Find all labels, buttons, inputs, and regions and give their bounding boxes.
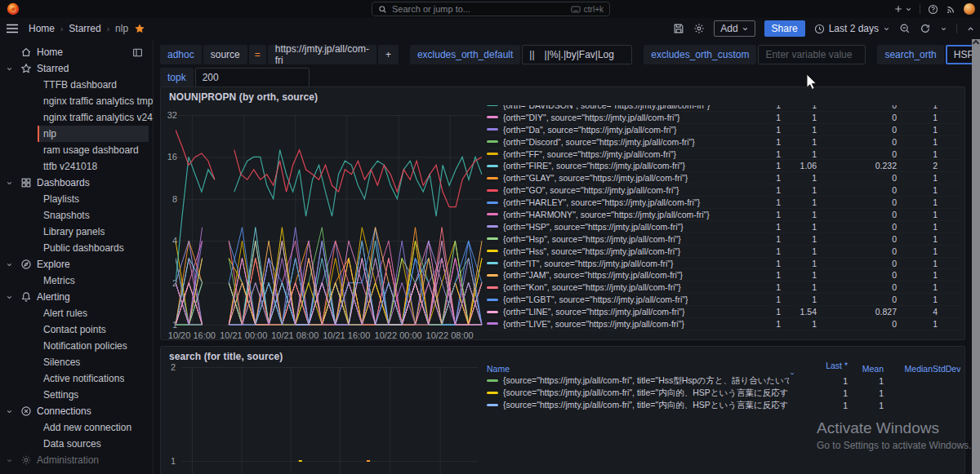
series-name: {orth="HARMONY", source="https://jmty.jp… — [503, 210, 751, 219]
legend-item[interactable]: {orth="Kon", source="https://jmty.jp/all… — [487, 281, 962, 294]
share-button[interactable]: Share — [764, 20, 805, 37]
breadcrumb-current[interactable]: nlp — [115, 23, 128, 34]
sidebar-item-nginx-traffic-analytics-v241015[interactable]: nginx traffic analytics v241015 — [0, 109, 153, 126]
menu-icon[interactable] — [6, 24, 19, 33]
breadcrumb-starred[interactable]: Starred — [69, 23, 100, 34]
legend-column-median[interactable]: Median — [884, 364, 933, 374]
chevron-down-icon[interactable] — [0, 294, 18, 301]
sidebar-item-starred[interactable]: Starred — [0, 60, 153, 77]
search-input[interactable]: Search or jump to... ctrl+k — [372, 2, 610, 16]
dashboard-settings-icon[interactable] — [693, 23, 705, 34]
sidebar-item-settings[interactable]: Settings — [0, 387, 153, 403]
sidebar-item-contact-points[interactable]: Contact points — [0, 321, 153, 338]
adhoc-operator[interactable]: = — [249, 45, 266, 64]
legend-column-last[interactable]: Last * — [789, 361, 848, 377]
legend-item[interactable]: {source="https://jmty.jp/all/com-fri", t… — [487, 399, 960, 411]
refresh-interval-dropdown[interactable] — [940, 25, 947, 33]
add-button[interactable]: Add — [714, 20, 755, 37]
panel-title[interactable]: NOUN|PROPN (by orth, source) — [169, 91, 318, 103]
legend-item[interactable]: {orth="JAM", source="https://jmty.jp/all… — [487, 269, 962, 281]
sidebar-item-metrics[interactable]: Metrics — [0, 272, 153, 289]
page-scrollbar[interactable] — [972, 39, 980, 474]
sidebar-item-data-sources[interactable]: Data sources — [0, 436, 153, 452]
compass-icon — [20, 259, 33, 270]
dock-sidebar-icon[interactable] — [132, 47, 143, 58]
sidebar-item-explore[interactable]: Explore — [0, 256, 153, 272]
legend-item[interactable]: {source="https://jmty.jp/all/com-fri", t… — [487, 374, 960, 387]
timeseries-chart[interactable] — [182, 367, 478, 474]
sidebar-item-home[interactable]: Home — [0, 44, 153, 60]
legend-item[interactable]: {orth="Da", source="https://jmty.jp/all/… — [487, 124, 962, 136]
breadcrumb-home[interactable]: Home — [29, 23, 55, 34]
legend-column-name[interactable]: Name — [487, 364, 789, 374]
legend-item[interactable]: {orth="GO", source="https://jmty.jp/all/… — [487, 184, 962, 197]
series-color-dash — [487, 153, 498, 155]
series-name: {orth="DAVIDSON", source="https://jmty.j… — [503, 105, 751, 110]
legend-item[interactable]: {orth="GLAY", source="https://jmty.jp/al… — [487, 172, 962, 184]
legend-item[interactable]: {orth="IT", source="https://jmty.jp/all/… — [487, 258, 962, 270]
topk-input[interactable]: 200 — [195, 68, 310, 87]
sidebar-item-active-notifications[interactable]: Active notifications — [0, 370, 153, 387]
sidebar-item-notification-policies[interactable]: Notification policies — [0, 338, 153, 354]
legend-item[interactable]: {orth="DIY", source="https://jmty.jp/all… — [487, 112, 962, 124]
legend-item[interactable]: {orth="HARMONY", source="https://jmty.jp… — [487, 209, 962, 221]
adhoc-key[interactable]: source — [203, 45, 247, 64]
excludes_orth_custom-input[interactable]: Enter variable value — [758, 45, 866, 64]
sidebar-item-dashboards[interactable]: Dashboards — [0, 175, 153, 191]
timeseries-chart[interactable] — [176, 115, 483, 326]
panel-title[interactable]: search (for title, source) — [169, 351, 283, 362]
excludes_orth_default-input[interactable]: || ||%|.|by|Fav|Log — [522, 45, 632, 64]
legend-item[interactable]: {orth="FF", source="https://jmty.jp/all/… — [487, 148, 962, 161]
series-stat: 1 — [897, 282, 938, 292]
sidebar-item-add-new-connection[interactable]: Add new connection — [0, 419, 153, 436]
sidebar-item-nlp[interactable]: nlp — [0, 126, 153, 142]
chevron-down-icon[interactable] — [0, 179, 18, 187]
user-avatar[interactable] — [964, 3, 975, 15]
sidebar-item-connections[interactable]: Connections — [0, 403, 153, 419]
grafana-logo[interactable] — [7, 2, 20, 16]
sidebar-item-nginx-traffic-analytics-tmp-c[interactable]: nginx traffic analytics tmp C... — [0, 93, 153, 109]
save-dashboard-icon[interactable] — [673, 23, 684, 34]
sidebar-item-public-dashboards[interactable]: Public dashboards — [0, 240, 153, 256]
legend-item[interactable]: {orth="Hss", source="https://jmty.jp/all… — [487, 246, 962, 258]
sidebar-item-playlists[interactable]: Playlists — [0, 191, 153, 207]
adhoc-value[interactable]: https://jmty.jp/all/com-fri — [268, 45, 376, 64]
chevron-down-icon[interactable] — [0, 261, 18, 268]
sidebar-item-ttfb-dashboard[interactable]: TTFB dashboard — [0, 77, 153, 93]
legend-item[interactable]: {orth="DAVIDSON", source="https://jmty.j… — [487, 105, 962, 112]
legend-item[interactable]: {orth="Discord", source="https://jmty.jp… — [487, 136, 962, 148]
scroll-up-arrow-icon[interactable] — [973, 40, 979, 47]
legend-item[interactable]: {orth="LINE", source="https://jmty.jp/al… — [487, 306, 962, 318]
refresh-icon[interactable] — [920, 23, 931, 34]
new-button[interactable] — [893, 4, 912, 14]
help-icon[interactable] — [928, 4, 938, 15]
sidebar-item-alerting[interactable]: Alerting — [0, 289, 153, 305]
chevron-down-icon[interactable] — [0, 65, 18, 73]
adhoc-add-filter-button[interactable]: + — [378, 45, 399, 64]
sidebar-item-silences[interactable]: Silences — [0, 354, 153, 370]
chevron-down-icon[interactable] — [0, 408, 18, 415]
legend-item[interactable]: {orth="FIRE", source="https://jmty.jp/al… — [487, 160, 962, 172]
favorite-star-icon[interactable] — [134, 23, 145, 34]
series-color-dash — [487, 202, 498, 204]
legend-item[interactable]: {source="https://jmty.jp/all/com-fri", t… — [487, 387, 960, 399]
legend-item[interactable]: {orth="HARLEY", source="https://jmty.jp/… — [487, 197, 962, 209]
time-range-picker[interactable]: Last 2 days — [814, 23, 890, 34]
sidebar-item-administration[interactable]: Administration — [0, 452, 153, 468]
sidebar-item-library-panels[interactable]: Library panels — [0, 224, 153, 240]
toolbar-actions: Add Share Last 2 days — [673, 18, 975, 39]
chevron-down-icon[interactable] — [0, 457, 18, 464]
zoom-out-icon[interactable] — [899, 23, 911, 34]
sidebar-item-alert-rules[interactable]: Alert rules — [0, 305, 153, 321]
news-icon[interactable] — [946, 4, 956, 15]
sidebar-item-ram-usage-dashboard[interactable]: ram usage dashboard — [0, 142, 153, 158]
sidebar-item-snapshots[interactable]: Snapshots — [0, 207, 153, 224]
sidebar-item-ttfb-v241018[interactable]: ttfb v241018 — [0, 158, 153, 175]
legend-column-stddev[interactable]: StdDev — [933, 364, 960, 374]
legend-item[interactable]: {orth="LIVE", source="https://jmty.jp/al… — [487, 318, 962, 330]
legend-item[interactable]: {orth="Hsp", source="https://jmty.jp/all… — [487, 233, 962, 246]
legend-item[interactable]: {orth="HSP", source="https://jmty.jp/all… — [487, 221, 962, 233]
collapse-controls-icon[interactable] — [966, 24, 975, 33]
legend-column-mean[interactable]: Mean — [848, 364, 884, 374]
legend-item[interactable]: {orth="LGBT", source="https://jmty.jp/al… — [487, 294, 962, 306]
